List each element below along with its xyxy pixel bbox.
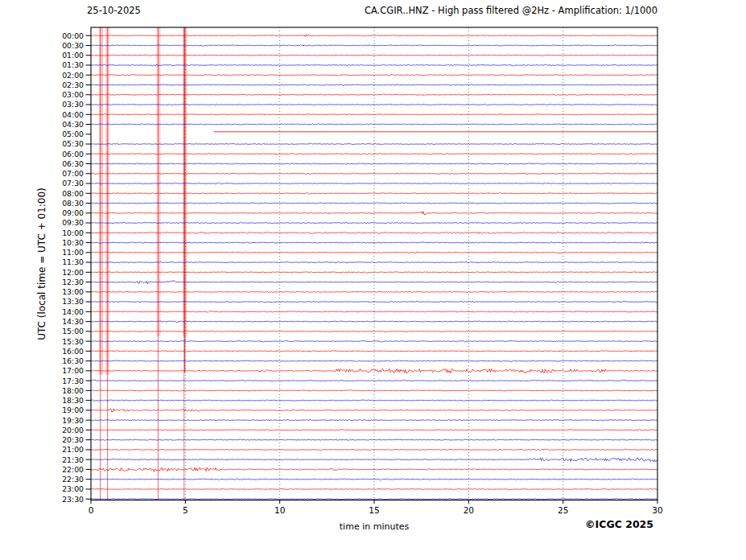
time-label: 10:30 xyxy=(50,239,84,246)
seismic-trace xyxy=(91,281,657,284)
seismic-trace xyxy=(91,479,657,480)
time-label: 07:30 xyxy=(50,179,84,187)
trace-row-12:00[interactable] xyxy=(91,271,657,273)
seismic-trace xyxy=(91,400,657,401)
seismic-trace xyxy=(91,203,657,204)
trace-row-00:30[interactable] xyxy=(91,45,657,47)
trace-row-00:00[interactable] xyxy=(91,35,657,37)
time-label: 04:00 xyxy=(50,111,84,118)
time-label: 13:30 xyxy=(50,298,84,305)
trace-row-23:30[interactable] xyxy=(91,498,657,500)
time-label: 06:00 xyxy=(50,150,84,158)
copyright: ©ICGC 2025 xyxy=(585,518,653,530)
time-label: 19:00 xyxy=(50,406,84,414)
time-label: 03:30 xyxy=(50,101,84,108)
time-label: 05:00 xyxy=(50,130,84,138)
seismic-trace xyxy=(91,271,657,273)
time-label: 21:00 xyxy=(50,446,84,453)
time-label: 10:00 xyxy=(50,229,84,237)
time-label: 08:30 xyxy=(50,200,84,207)
artifact-band xyxy=(157,27,161,336)
time-label: 14:30 xyxy=(50,318,84,325)
minute-label: 25 xyxy=(558,505,568,515)
time-label: 21:30 xyxy=(50,456,84,463)
time-label: 01:30 xyxy=(50,61,84,68)
trace-row-15:30[interactable] xyxy=(91,340,657,342)
trace-row-21:30[interactable] xyxy=(91,458,657,462)
time-label: 00:00 xyxy=(50,32,84,39)
seismic-trace xyxy=(91,45,657,47)
time-label: 02:30 xyxy=(50,81,84,89)
trace-row-08:30[interactable] xyxy=(91,203,657,204)
time-label: 06:30 xyxy=(50,160,84,167)
trace-row-17:30[interactable] xyxy=(91,380,657,381)
time-label: 11:30 xyxy=(50,258,84,266)
seismic-trace xyxy=(91,488,657,490)
seismic-trace xyxy=(91,498,657,500)
time-label: 18:00 xyxy=(50,387,84,394)
x-axis-label: time in minutes xyxy=(340,521,409,532)
time-label: 04:30 xyxy=(50,121,84,128)
time-label: 15:00 xyxy=(50,327,84,335)
time-label: 07:00 xyxy=(50,170,84,177)
time-label: 20:30 xyxy=(50,436,84,443)
trace-row-22:30[interactable] xyxy=(91,479,657,480)
trace-row-16:30[interactable] xyxy=(91,360,657,362)
helicorder-app: 25-10-2025 CA.CGIR..HNZ - High pass filt… xyxy=(0,0,746,560)
time-label: 14:00 xyxy=(50,308,84,315)
seismic-trace xyxy=(91,409,657,412)
time-label: 12:30 xyxy=(50,278,84,286)
time-label: 17:00 xyxy=(50,367,84,374)
seismic-trace xyxy=(91,64,657,66)
time-label: 01:00 xyxy=(50,51,84,59)
seismic-trace xyxy=(91,173,657,175)
seismic-trace xyxy=(91,222,657,224)
trace-row-01:30[interactable] xyxy=(91,64,657,66)
trace-row-08:00[interactable] xyxy=(91,192,657,194)
seismic-trace xyxy=(91,331,657,332)
minute-label: 5 xyxy=(183,505,188,515)
time-label: 05:30 xyxy=(50,140,84,147)
trace-row-18:30[interactable] xyxy=(91,400,657,401)
trace-row-16:00[interactable] xyxy=(91,351,657,352)
seismic-trace xyxy=(91,351,657,352)
minute-label: 30 xyxy=(652,505,662,515)
seismic-trace xyxy=(91,429,657,430)
trace-row-07:00[interactable] xyxy=(91,173,657,175)
time-label: 11:00 xyxy=(50,249,84,256)
trace-row-04:30[interactable] xyxy=(91,124,657,126)
time-label: 13:00 xyxy=(50,288,84,295)
seismic-trace xyxy=(91,340,657,342)
helicorder-plot[interactable] xyxy=(0,0,746,560)
trace-row-20:00[interactable] xyxy=(91,429,657,430)
seismic-trace xyxy=(91,35,657,37)
seismic-trace xyxy=(91,192,657,194)
time-label: 20:00 xyxy=(50,426,84,434)
time-label: 22:00 xyxy=(50,466,84,473)
seismic-trace xyxy=(91,55,657,56)
seismic-trace xyxy=(91,380,657,381)
time-label: 16:30 xyxy=(50,357,84,364)
time-label: 16:00 xyxy=(50,348,84,355)
seismic-trace xyxy=(91,467,657,471)
minute-label: 0 xyxy=(89,505,94,515)
minute-label: 10 xyxy=(274,505,285,515)
trace-row-01:00[interactable] xyxy=(91,55,657,56)
artifact-band xyxy=(99,27,103,375)
trace-row-07:30[interactable] xyxy=(91,183,657,184)
trace-row-19:00[interactable] xyxy=(91,409,657,412)
trace-row-06:30[interactable] xyxy=(91,163,657,165)
time-label: 23:00 xyxy=(50,485,84,492)
time-label: 15:30 xyxy=(50,338,84,345)
time-label: 17:30 xyxy=(50,377,84,385)
seismic-trace xyxy=(91,458,657,462)
time-label: 12:00 xyxy=(50,269,84,276)
trace-row-12:30[interactable] xyxy=(91,281,657,284)
trace-row-18:00[interactable] xyxy=(91,389,657,391)
trace-row-15:00[interactable] xyxy=(91,331,657,332)
seismic-trace xyxy=(91,124,657,126)
trace-row-23:00[interactable] xyxy=(91,488,657,490)
time-label: 09:30 xyxy=(50,219,84,226)
trace-row-09:30[interactable] xyxy=(91,222,657,224)
trace-row-22:00[interactable] xyxy=(91,467,657,471)
